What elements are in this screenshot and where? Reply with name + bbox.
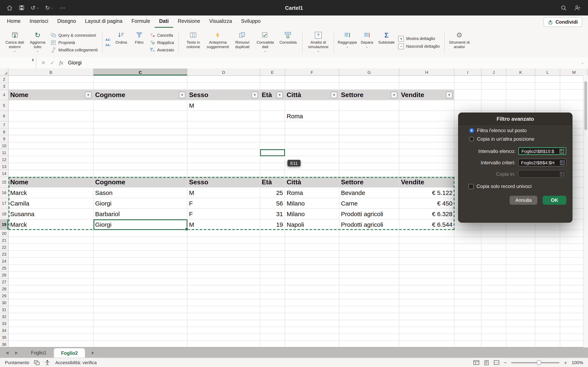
row-header-16[interactable]: 16	[0, 188, 9, 198]
cell-D7[interactable]	[187, 122, 260, 128]
row-header-7[interactable]: 7	[0, 122, 9, 128]
cell-I24[interactable]	[454, 258, 481, 265]
row-header-15[interactable]: 15	[0, 177, 9, 188]
cell-G30[interactable]	[339, 299, 399, 306]
scrollbar-thumb[interactable]	[584, 81, 587, 130]
cell-D2[interactable]	[187, 76, 260, 83]
cell-L23[interactable]	[535, 251, 560, 258]
cell-C35[interactable]	[94, 334, 187, 341]
cell-I4[interactable]	[454, 90, 481, 100]
tab-dati[interactable]: Dati	[155, 16, 173, 28]
cell-I31[interactable]	[454, 306, 481, 313]
row-header-10[interactable]: 10	[0, 142, 9, 149]
cell-B29[interactable]	[9, 292, 94, 299]
cell-F28[interactable]	[285, 285, 339, 292]
cell-D36[interactable]	[187, 341, 260, 347]
cell-E30[interactable]	[260, 299, 285, 306]
cell-C29[interactable]	[94, 292, 187, 299]
row-header-14[interactable]: 14	[0, 170, 9, 177]
ribbon-button-avanzato[interactable]: Avanzato	[149, 47, 174, 52]
cell-D10[interactable]	[187, 142, 260, 149]
page-break-view-icon[interactable]	[493, 360, 499, 365]
cell-D17[interactable]: F	[187, 198, 260, 209]
cell-C28[interactable]	[94, 285, 187, 292]
cell-D16[interactable]: M	[187, 188, 260, 198]
cell-J34[interactable]	[481, 327, 506, 334]
cell-G24[interactable]	[339, 258, 399, 265]
filter-button-H4[interactable]: ▾	[446, 92, 452, 98]
row-header-2[interactable]: 2	[0, 76, 9, 83]
cell-E31[interactable]	[260, 306, 285, 313]
cell-E16[interactable]: 25	[260, 188, 285, 198]
cell-D12[interactable]	[187, 156, 260, 163]
cell-D20[interactable]	[187, 230, 260, 237]
cell-H31[interactable]	[399, 306, 454, 313]
cell-D11[interactable]	[187, 149, 260, 156]
search-icon[interactable]	[561, 5, 567, 11]
cell-K4[interactable]	[506, 90, 535, 100]
cell-C23[interactable]	[94, 251, 187, 258]
cell-F31[interactable]	[285, 306, 339, 313]
cell-F35[interactable]	[285, 334, 339, 341]
ribbon-button-consolida[interactable]: Consolida	[277, 29, 300, 56]
cell-I23[interactable]	[454, 251, 481, 258]
row-header-30[interactable]: 30	[0, 299, 9, 306]
name-box[interactable]: ▲▼	[0, 57, 36, 68]
cell-D35[interactable]	[187, 334, 260, 341]
cell-J22[interactable]	[481, 244, 506, 251]
ribbon-button-aggiorna-tutto[interactable]: ↻ Aggiorna tutto ⌄	[26, 29, 49, 56]
cell-I35[interactable]	[454, 334, 481, 341]
cell-B22[interactable]	[9, 244, 94, 251]
cell-I36[interactable]	[454, 341, 481, 347]
chevron-down-icon[interactable]: ⌄	[51, 6, 53, 9]
cell-K20[interactable]	[506, 230, 535, 237]
cell-G8[interactable]	[339, 128, 399, 135]
cell-E14[interactable]	[260, 170, 285, 177]
cell-K2[interactable]	[506, 76, 535, 83]
ribbon-button-filtro[interactable]: Filtro	[131, 29, 148, 56]
cell-F5[interactable]	[285, 100, 339, 111]
cell-F25[interactable]	[285, 265, 339, 272]
tab-sviluppo[interactable]: Sviluppo	[236, 16, 265, 28]
row-header-36[interactable]: 36	[0, 341, 9, 347]
cell-F34[interactable]	[285, 327, 339, 334]
cell-E7[interactable]	[260, 122, 285, 128]
cell-F26[interactable]	[285, 272, 339, 278]
cancel-entry-icon[interactable]: ✕	[41, 60, 45, 66]
cell-K3[interactable]	[506, 83, 535, 90]
cell-F6[interactable]: Roma	[285, 111, 339, 122]
cell-D15[interactable]: Sesso	[187, 177, 260, 188]
cell-E9[interactable]	[260, 135, 285, 142]
cell-L4[interactable]	[535, 90, 560, 100]
cell-E20[interactable]	[260, 230, 285, 237]
cell-F23[interactable]	[285, 251, 339, 258]
cell-C32[interactable]	[94, 313, 187, 320]
sort-za-button[interactable]: ZA↓	[105, 43, 111, 47]
cell-H7[interactable]	[399, 122, 454, 128]
column-header-I[interactable]: I	[454, 68, 481, 75]
cell-H17[interactable]: € 450	[399, 198, 454, 209]
cell-L22[interactable]	[535, 244, 560, 251]
row-header-3[interactable]: 3	[0, 83, 9, 90]
cell-B3[interactable]	[9, 83, 94, 90]
cell-E19[interactable]: 19	[260, 219, 285, 230]
cell-G16[interactable]: Bevande	[339, 188, 399, 198]
normal-view-icon[interactable]	[473, 360, 479, 365]
ribbon-button-nascondi-dettaglio[interactable]: − Nascondi dettaglio	[398, 43, 440, 49]
row-header-6[interactable]: 6	[0, 111, 9, 122]
row-header-31[interactable]: 31	[0, 306, 9, 313]
cell-H34[interactable]	[399, 327, 454, 334]
cell-G18[interactable]: Prodotti agricoli	[339, 209, 399, 219]
cell-C4[interactable]: Cognome▾	[94, 90, 187, 100]
cell-L30[interactable]	[535, 299, 560, 306]
cell-G23[interactable]	[339, 251, 399, 258]
sheet-tab-foglio2[interactable]: Foglio2	[54, 348, 85, 358]
cell-C18[interactable]: Barbariol	[94, 209, 187, 219]
cell-E3[interactable]	[260, 83, 285, 90]
cell-J3[interactable]	[481, 83, 506, 90]
cell-B13[interactable]	[9, 163, 94, 170]
select-all-corner[interactable]	[0, 68, 9, 75]
cell-H19[interactable]: € 6.544	[399, 219, 454, 230]
cell-D23[interactable]	[187, 251, 260, 258]
tab-revisione[interactable]: Revisione	[173, 16, 205, 28]
